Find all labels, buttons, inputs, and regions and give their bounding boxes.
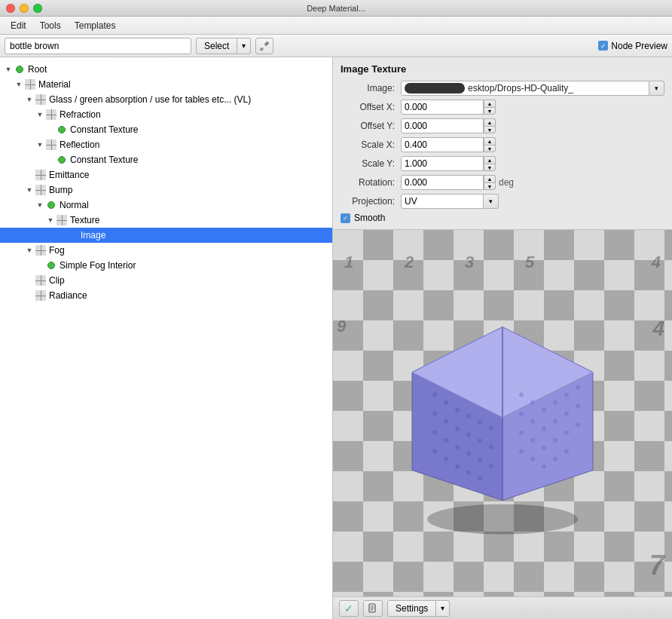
- svg-point-18: [466, 452, 471, 456]
- label-root: Root: [28, 64, 47, 75]
- toggle-material[interactable]: ▼: [14, 79, 24, 90]
- toggle-reflection[interactable]: ▼: [35, 139, 45, 150]
- offset-x-spinners: ▲ ▼: [484, 100, 496, 115]
- tree-item-simple-fog[interactable]: ▶ Simple Fog Interior: [0, 258, 332, 273]
- confirm-button[interactable]: ✓: [339, 600, 359, 617]
- scale-y-label: Scale Y:: [341, 158, 401, 169]
- tree-item-reflection[interactable]: ▼ Reflection: [0, 137, 332, 152]
- offset-y-input-wrap: ▲ ▼: [401, 118, 496, 133]
- scale-y-down[interactable]: ▼: [484, 164, 496, 171]
- icon-const-tex-1: [56, 124, 68, 136]
- svg-point-13: [478, 439, 482, 443]
- icon-clip: [35, 274, 47, 287]
- icon-bump: [35, 184, 47, 196]
- image-file-dropdown[interactable]: ▾: [649, 81, 664, 96]
- tree-item-refraction[interactable]: ▼ Refraction: [0, 107, 332, 122]
- tree-item-texture[interactable]: ▼ Texture: [0, 213, 332, 228]
- tree-item-bump[interactable]: ▼ Bump: [0, 182, 332, 198]
- settings-button[interactable]: Settings: [387, 600, 436, 617]
- bottom-toolbar: ✓ Settings ▾: [333, 596, 672, 619]
- svg-point-24: [466, 470, 471, 475]
- tree-item-clip[interactable]: ▶ Clip: [0, 273, 332, 288]
- scale-y-up[interactable]: ▲: [484, 156, 496, 164]
- rotation-down[interactable]: ▼: [484, 182, 496, 190]
- svg-point-3: [432, 393, 437, 397]
- offset-y-down[interactable]: ▼: [484, 126, 496, 133]
- tree-item-image[interactable]: ▶ Image: [0, 228, 332, 243]
- toolbar: Select ▾ ✓ Node Preview: [0, 35, 672, 57]
- offset-x-input[interactable]: [401, 100, 484, 115]
- scale-y-input-wrap: ▲ ▼: [401, 156, 496, 171]
- document-button[interactable]: [363, 600, 383, 617]
- toggle-fog[interactable]: ▼: [24, 245, 35, 256]
- rotation-up[interactable]: ▲: [484, 175, 496, 182]
- select-dropdown[interactable]: ▾: [237, 38, 251, 54]
- tree-item-glass[interactable]: ▼ Glass / green absorption / use for tab…: [0, 92, 332, 107]
- svg-point-35: [553, 419, 557, 424]
- svg-point-17: [455, 446, 460, 450]
- icon-glass: [35, 93, 47, 106]
- scale-y-row: Scale Y: ▲ ▼: [341, 156, 664, 171]
- icon-material: [24, 78, 36, 90]
- offset-y-up[interactable]: ▲: [484, 118, 496, 126]
- node-preview-checkbox[interactable]: ✓: [598, 41, 608, 51]
- scale-x-up[interactable]: ▲: [484, 137, 496, 145]
- tree-item-material[interactable]: ▼ Material: [0, 77, 332, 92]
- svg-point-41: [553, 438, 557, 443]
- icon-fog: [35, 244, 47, 256]
- menu-edit[interactable]: Edit: [5, 19, 32, 32]
- toggle-refraction[interactable]: ▼: [35, 109, 45, 120]
- scale-y-input[interactable]: [401, 156, 484, 171]
- minimize-button[interactable]: [20, 4, 29, 13]
- smooth-checkbox[interactable]: ✓: [341, 213, 350, 223]
- tree-item-normal[interactable]: ▼ Normal: [0, 198, 332, 213]
- offset-y-row: Offset Y: ▲ ▼: [341, 118, 664, 133]
- tree-item-emittance[interactable]: ▶ Emittance: [0, 167, 332, 182]
- tree-item-fog[interactable]: ▼ Fog: [0, 243, 332, 258]
- offset-x-down[interactable]: ▼: [484, 107, 496, 115]
- offset-x-up[interactable]: ▲: [484, 100, 496, 107]
- scale-y-spinners: ▲ ▼: [484, 156, 496, 171]
- maximize-button[interactable]: [33, 4, 42, 13]
- rotation-input[interactable]: [401, 175, 484, 190]
- tree-item-const-tex-2[interactable]: ▶ Constant Texture: [0, 152, 332, 167]
- svg-point-42: [564, 431, 569, 435]
- menu-tools[interactable]: Tools: [34, 19, 67, 32]
- toggle-bump[interactable]: ▼: [24, 185, 35, 195]
- svg-point-11: [455, 427, 460, 431]
- icon-texture: [56, 214, 68, 226]
- svg-point-19: [478, 458, 482, 462]
- traffic-lights: [6, 4, 42, 13]
- label-const-tex-2: Constant Texture: [70, 155, 139, 165]
- label-reflection: Reflection: [60, 139, 99, 150]
- label-bump: Bump: [49, 185, 72, 195]
- toggle-normal[interactable]: ▼: [35, 200, 45, 210]
- tree-item-const-tex-1[interactable]: ▶ Constant Texture: [0, 122, 332, 137]
- tree-item-radiance[interactable]: ▶ Radiance: [0, 288, 332, 303]
- image-file-path[interactable]: esktop/Drops-HD-Quality_: [401, 81, 649, 96]
- projection-select[interactable]: UV: [401, 194, 484, 209]
- icon-root: [14, 63, 26, 75]
- tree-item-root[interactable]: ▼ Root: [0, 62, 332, 77]
- select-button[interactable]: Select: [196, 38, 237, 54]
- toggle-glass[interactable]: ▼: [24, 94, 35, 105]
- svg-point-5: [455, 408, 460, 412]
- toggle-root[interactable]: ▼: [3, 64, 14, 75]
- icon-reflection: [45, 139, 57, 151]
- settings-wrap: Settings ▾: [387, 600, 450, 617]
- svg-point-36: [564, 412, 569, 416]
- material-name-input[interactable]: [5, 38, 191, 54]
- scale-x-down[interactable]: ▼: [484, 145, 496, 152]
- offset-y-input[interactable]: [401, 118, 484, 133]
- label-image: Image: [81, 230, 105, 241]
- menu-templates[interactable]: Templates: [69, 19, 122, 32]
- close-button[interactable]: [6, 4, 15, 13]
- node-preview-label: Node Preview: [611, 41, 667, 51]
- settings-dropdown[interactable]: ▾: [436, 600, 450, 617]
- scale-x-input[interactable]: [401, 137, 484, 152]
- label-radiance: Radiance: [49, 290, 87, 301]
- toggle-texture[interactable]: ▼: [45, 215, 56, 225]
- projection-dropdown[interactable]: ▾: [484, 194, 499, 209]
- svg-point-33: [530, 419, 535, 424]
- eyedropper-button[interactable]: [255, 38, 273, 54]
